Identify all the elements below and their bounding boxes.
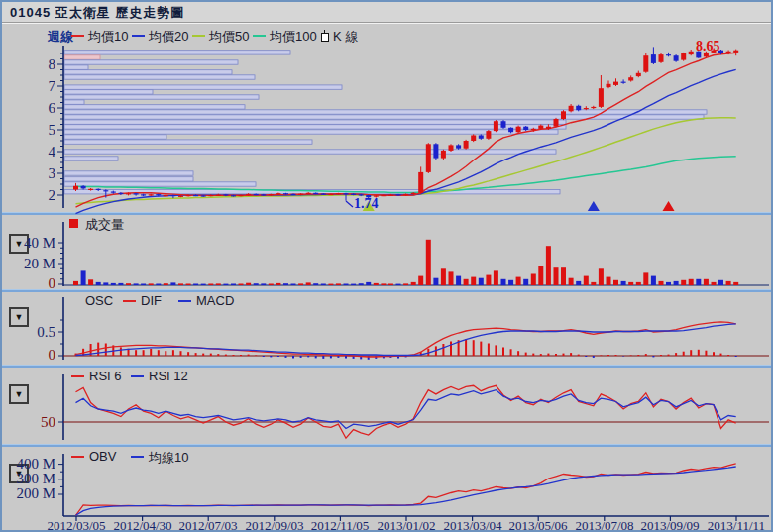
- ma50-legend-label: 均價50: [209, 28, 249, 46]
- rsi-panel-dropdown-button[interactable]: ▼: [9, 384, 29, 404]
- kline-legend-label: K 線: [333, 28, 358, 46]
- ma100-dash-icon: [253, 35, 266, 37]
- low-price-annotation: 1.74: [354, 196, 379, 212]
- macd-dash-icon: [178, 300, 191, 302]
- obv-dash-icon: [71, 456, 84, 458]
- volume-legend-icon: [69, 219, 78, 228]
- rsi12-dash-icon: [131, 375, 144, 377]
- price-tick-6: 6: [12, 100, 55, 117]
- price-tick-5: 5: [12, 122, 55, 139]
- macd-tick-05: 0.5: [12, 324, 55, 341]
- price-tick-2: 2: [12, 187, 55, 204]
- volume-tick-20m: 20 M: [12, 256, 55, 272]
- ma10-legend-label: 均價10: [88, 28, 128, 46]
- dif-dash-icon: [123, 300, 136, 302]
- dif-legend-label: DIF: [141, 293, 162, 308]
- ma20-legend-label: 均價20: [149, 28, 188, 46]
- price-tick-4: 4: [12, 144, 55, 160]
- rsi6-dash-icon: [71, 375, 84, 377]
- price-tick-7: 7: [12, 78, 55, 95]
- rsi6-legend-label: RSI 6: [89, 369, 122, 383]
- price-tick-8: 8: [12, 56, 55, 73]
- volume-tick-0: 0: [12, 275, 55, 292]
- dropdown-icon: ▼: [15, 312, 24, 322]
- obv-ma10-dash-icon: [131, 456, 144, 458]
- stock-chart-window: 01045 亞太衛星 歷史走勢圖 週線 均價10 均價20 均價50 均價100…: [0, 0, 773, 532]
- ma10-dash-icon: [71, 35, 84, 37]
- obv-legend-label: OBV: [89, 449, 116, 464]
- chart-canvas[interactable]: [2, 2, 771, 530]
- macd-tick-0: 0: [12, 347, 55, 364]
- ma20-dash-icon: [132, 35, 145, 37]
- obv-tick-200m: 200 M: [12, 485, 55, 502]
- rsi12-legend-label: RSI 12: [149, 369, 188, 383]
- macd-legend-label: MACD: [196, 293, 234, 308]
- volume-tick-40m: 40 M: [12, 235, 55, 252]
- last-price-annotation: 8.65: [696, 39, 720, 54]
- obv-ma10-legend-label: 均線10: [149, 449, 188, 467]
- osc-legend-label: OSC: [85, 293, 113, 308]
- kline-icon: [321, 30, 329, 41]
- dropdown-icon: ▼: [15, 389, 24, 399]
- volume-legend-label: 成交量: [85, 216, 124, 234]
- rsi-tick-50: 50: [12, 414, 55, 431]
- price-tick-3: 3: [12, 165, 55, 182]
- period-selector[interactable]: 週線: [48, 28, 73, 46]
- ma100-legend-label: 均價100: [270, 28, 317, 46]
- ma50-dash-icon: [192, 35, 205, 37]
